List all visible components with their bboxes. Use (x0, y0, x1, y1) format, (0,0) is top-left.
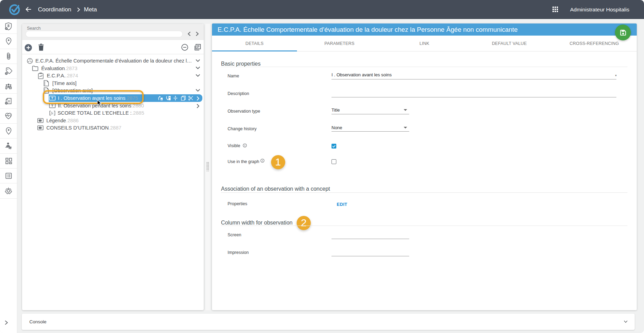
svg-text:fx: fx (51, 111, 54, 115)
